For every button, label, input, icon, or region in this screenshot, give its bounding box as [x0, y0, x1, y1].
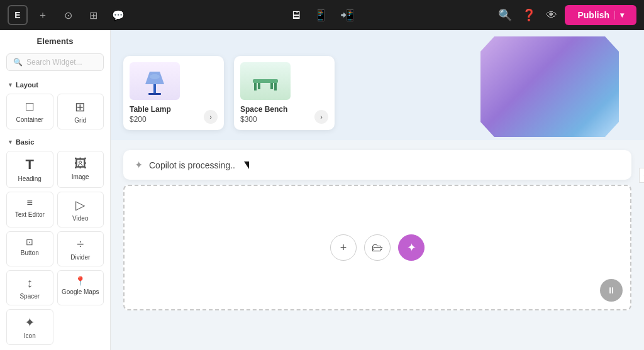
svg-rect-6 — [274, 83, 277, 90]
sidebar-title: Elements — [0, 30, 110, 50]
pause-icon: ⏸ — [607, 285, 616, 295]
copilot-stars-icon: ✦ — [135, 159, 143, 171]
search-placeholder: Search Widget... — [26, 58, 82, 67]
layout-widget-grid: □ Container ⊞ Grid — [0, 91, 110, 134]
text-editor-widget[interactable]: ≡ Text Editor — [6, 192, 53, 227]
basic-widget-grid: T Heading 🖼 Image ≡ Text Editor ▷ Video … — [0, 148, 110, 350]
mobile-icon[interactable]: 📲 — [338, 6, 357, 25]
svg-rect-0 — [153, 84, 156, 94]
grid-widget[interactable]: ⊞ Grid — [57, 94, 104, 129]
layout-section-label: ▼ Layout — [0, 77, 110, 91]
product-card-bench-arrow[interactable]: › — [314, 110, 328, 124]
video-widget[interactable]: ▷ Video — [57, 192, 104, 227]
main-layout: Elements 🔍 Search Widget... ▼ Layout □ C… — [0, 30, 644, 350]
topbar-right: 🔍 ❓ 👁 Publish ▾ — [496, 5, 636, 25]
add-element-button[interactable]: + — [330, 234, 357, 261]
folder-icon: 🗁 — [372, 241, 383, 254]
divider-icon: ÷ — [77, 237, 84, 251]
drop-zone-actions: + 🗁 ✦ — [330, 234, 425, 261]
svg-rect-7 — [258, 83, 260, 89]
spacer-icon: ↕ — [26, 276, 33, 290]
help-icon[interactable]: ❓ — [519, 6, 538, 25]
publish-button[interactable]: Publish ▾ — [565, 5, 636, 25]
preview-icon[interactable]: 👁 — [543, 6, 560, 25]
drop-zone[interactable]: + 🗁 ✦ ⏸ — [123, 185, 631, 310]
folder-button[interactable]: 🗁 — [364, 234, 391, 261]
basic-arrow-icon: ▼ — [8, 139, 13, 145]
heading-widget[interactable]: T Heading — [6, 151, 53, 188]
add-button[interactable]: ＋ — [33, 5, 53, 25]
history-button[interactable]: ⊙ — [58, 5, 78, 25]
product-card-bench[interactable]: Space Bench $300 › — [234, 56, 335, 130]
search-icon[interactable]: 🔍 — [496, 6, 514, 25]
svg-rect-4 — [253, 79, 278, 83]
content-area: Table Lamp $200 › S — [111, 30, 644, 350]
container-icon: □ — [26, 99, 33, 114]
copilot-banner: ✦ Copilot is processing.. — [123, 150, 631, 180]
image-icon: 🖼 — [74, 156, 87, 171]
google-maps-widget[interactable]: 📍 Google Maps — [57, 270, 104, 305]
topbar: E ＋ ⊙ ⊞ 💬 🖥 📱 📲 🔍 ❓ 👁 Publish ▾ — [0, 0, 644, 30]
desktop-icon[interactable]: 🖥 — [287, 6, 304, 25]
pause-button[interactable]: ⏸ — [600, 279, 623, 302]
icon-widget[interactable]: ✦ Icon — [6, 309, 53, 345]
device-switcher: 🖥 📱 📲 — [287, 6, 357, 25]
image-widget[interactable]: 🖼 Image — [57, 151, 104, 188]
product-card-bench-image — [240, 62, 291, 100]
svg-rect-5 — [254, 83, 257, 90]
product-card-lamp[interactable]: Table Lamp $200 › — [123, 56, 224, 130]
product-card-lamp-image — [130, 62, 180, 100]
google-maps-icon: 📍 — [75, 276, 86, 286]
grid-button[interactable]: ⊞ — [83, 5, 103, 25]
ai-button[interactable]: ✦ — [398, 234, 425, 261]
tablet-icon[interactable]: 📱 — [311, 6, 330, 25]
layout-arrow-icon: ▼ — [8, 82, 13, 88]
video-icon: ▷ — [75, 197, 85, 212]
publish-chevron[interactable]: ▾ — [614, 11, 624, 19]
cursor-arrow-icon — [244, 161, 249, 169]
svg-point-3 — [150, 74, 160, 79]
container-widget[interactable]: □ Container — [6, 94, 53, 129]
product-card-lamp-arrow[interactable]: › — [204, 110, 218, 124]
preview-top: Table Lamp $200 › S — [111, 30, 644, 140]
svg-rect-2 — [148, 93, 161, 95]
search-widget-input[interactable]: 🔍 Search Widget... — [6, 53, 104, 71]
sidebar: Elements 🔍 Search Widget... ▼ Layout □ C… — [0, 30, 111, 350]
logo-icon: E — [14, 10, 20, 20]
basic-section-label: ▼ Basic — [0, 134, 110, 148]
logo[interactable]: E — [8, 5, 28, 25]
text-editor-icon: ≡ — [27, 197, 33, 209]
comment-button[interactable]: 💬 — [108, 5, 128, 25]
product-cards: Table Lamp $200 › S — [111, 46, 644, 140]
copilot-text: Copilot is processing.. — [149, 160, 235, 170]
add-icon: + — [340, 241, 347, 254]
button-icon: ⊡ — [26, 237, 33, 247]
search-icon: 🔍 — [13, 58, 23, 67]
icon-widget-icon: ✦ — [25, 315, 35, 330]
divider-widget[interactable]: ÷ Divider — [57, 231, 104, 266]
spacer-widget[interactable]: ↕ Spacer — [6, 270, 53, 305]
button-widget[interactable]: ⊡ Button — [6, 231, 53, 266]
heading-icon: T — [26, 156, 34, 173]
ai-icon: ✦ — [407, 241, 416, 254]
grid-icon: ⊞ — [75, 99, 86, 114]
svg-rect-8 — [270, 83, 273, 89]
